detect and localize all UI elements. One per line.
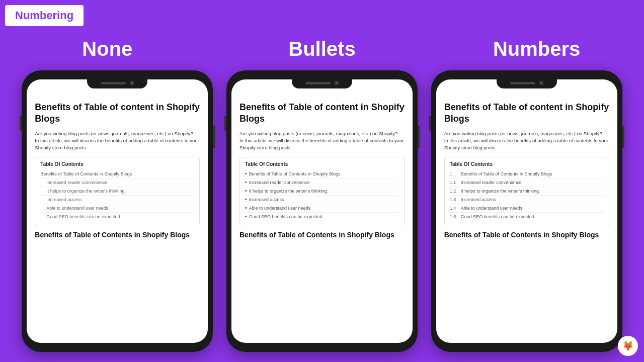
footer-heading-numbers: Benefits of Table of Contents in Shopify…	[444, 230, 609, 239]
phone-screen-none: Benefits of Table of content in Shopify …	[27, 79, 208, 343]
toc-item-numbers-5[interactable]: 1.4Able to understand user needs	[450, 204, 604, 213]
blog-title-bullets: Benefits of Table of content in Shopify …	[239, 102, 405, 125]
toc-heading-none: Table Of Contents	[40, 161, 194, 167]
toc-item-none-2[interactable]: Increased reader convenience	[40, 178, 194, 187]
toc-box-none: Table Of Contents Benefits of Table of C…	[35, 157, 200, 225]
phones-row: Benefits of Table of content in Shopify …	[0, 70, 644, 352]
toc-item-none-1[interactable]: Benefits of Table of Contents in Shopify…	[40, 170, 194, 178]
toc-item-bullets-3[interactable]: It helps to organize the writer's thinki…	[245, 187, 399, 196]
notch-bar	[101, 82, 126, 84]
footer-heading-none: Benefits of Table of Contents in Shopify…	[35, 230, 200, 239]
toc-item-bullets-6[interactable]: Good SEO benefits can be expected.	[245, 213, 399, 221]
toc-item-bullets-4[interactable]: Increased access	[245, 196, 399, 204]
blog-body-none: Are you writing blog posts (or news, jou…	[35, 130, 200, 152]
toc-heading-numbers: Table Of Contents	[450, 161, 604, 167]
toc-num-5: 1.4	[450, 206, 459, 211]
column-title-numbers: Numbers	[441, 38, 632, 60]
phone-notch-bullets	[292, 77, 352, 88]
toc-item-numbers-1[interactable]: 1Benefits of Table of Contents in Shopif…	[450, 170, 604, 178]
toc-num-1: 1	[450, 171, 459, 176]
notch-bar-2	[305, 82, 331, 84]
toc-num-6: 1.5	[450, 214, 459, 219]
toc-num-4: 1.3	[450, 197, 459, 202]
shopify-link-numbers[interactable]: Shopify	[584, 131, 600, 136]
blog-body-numbers: Are you writing blog posts (or news, jou…	[444, 130, 609, 152]
header-label: Numbering	[5, 5, 84, 26]
footer-heading-bullets: Benefits of Table of Contents in Shopify…	[239, 230, 405, 239]
notch-bar-3	[510, 82, 535, 84]
blog-title-numbers: Benefits of Table of content in Shopify …	[444, 102, 609, 125]
toc-item-bullets-5[interactable]: Able to understand user needs	[245, 204, 399, 213]
toc-num-2: 1.1	[450, 180, 459, 185]
column-title-none: None	[12, 38, 203, 60]
phone-notch-none	[87, 77, 147, 88]
blog-title-none: Benefits of Table of content in Shopify …	[35, 102, 200, 125]
column-titles: None Bullets Numbers	[0, 0, 644, 65]
column-title-bullets: Bullets	[226, 38, 418, 60]
toc-item-none-5[interactable]: Able to understand user needs	[40, 204, 194, 213]
toc-item-numbers-6[interactable]: 1.5Good SEO benefits can be expected.	[450, 213, 604, 221]
phone-bullets: Benefits of Table of content in Shopify …	[226, 70, 418, 352]
toc-heading-bullets: Table Of Contents	[245, 161, 399, 167]
toc-item-numbers-2[interactable]: 1.1Increased reader convenience	[450, 178, 604, 187]
toc-box-numbers: Table Of Contents 1Benefits of Table of …	[444, 157, 609, 225]
toc-item-bullets-1[interactable]: Benefits of Table of Contents in Shopify…	[245, 170, 399, 178]
shopify-link-bullets[interactable]: Shopify	[379, 131, 395, 136]
toc-item-none-6[interactable]: Good SEO benefits can be expected.	[40, 213, 194, 221]
phone-numbers: Benefits of Table of content in Shopify …	[431, 70, 622, 352]
phone-none: Benefits of Table of content in Shopify …	[22, 70, 213, 352]
header-title: Numbering	[15, 9, 73, 22]
phone-notch-numbers	[497, 77, 557, 88]
phone-screen-numbers: Benefits of Table of content in Shopify …	[436, 79, 617, 343]
phone-screen-bullets: Benefits of Table of content in Shopify …	[231, 79, 413, 343]
notch-dot	[130, 81, 134, 85]
blog-body-bullets: Are you writing blog posts (or news, jou…	[239, 130, 405, 152]
toc-item-numbers-4[interactable]: 1.3Increased access	[450, 196, 604, 204]
toc-num-3: 1.2	[450, 189, 459, 194]
notch-dot-3	[539, 81, 543, 85]
toc-item-none-3[interactable]: It helps to organize the writer's thinki…	[40, 187, 194, 196]
toc-item-bullets-2[interactable]: Increased reader convenience	[245, 178, 399, 187]
toc-box-bullets: Table Of Contents Benefits of Table of C…	[239, 157, 405, 225]
toc-item-numbers-3[interactable]: 1.2It helps to organize the writer's thi…	[450, 187, 604, 196]
fox-logo: 🦊	[618, 336, 638, 356]
notch-dot-2	[335, 81, 339, 85]
toc-item-none-4[interactable]: Increased access	[40, 196, 194, 204]
shopify-link-none[interactable]: Shopify	[175, 131, 191, 136]
